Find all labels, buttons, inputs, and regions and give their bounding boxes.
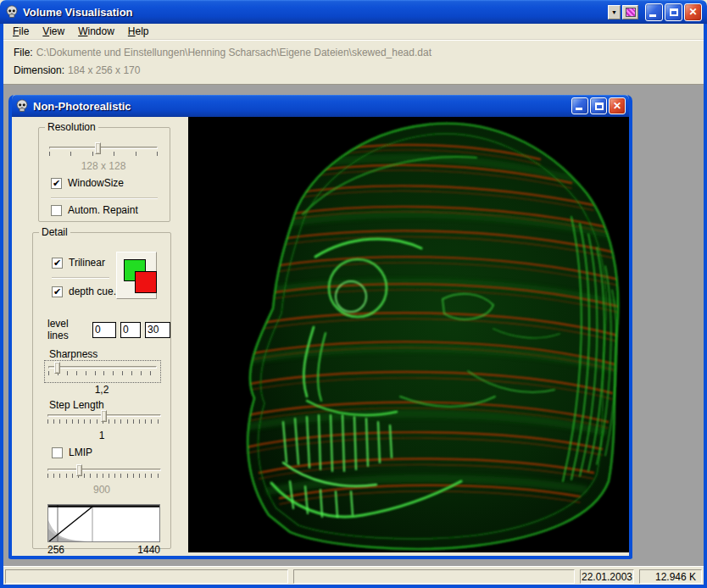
titlebar-pattern-button[interactable] (622, 5, 638, 19)
window-size-label: WindowSize (68, 177, 124, 189)
transfer-function-editor[interactable] (47, 504, 160, 542)
step-length-slider-track[interactable] (47, 414, 161, 417)
status-panel-1 (5, 569, 288, 584)
trilinear-checkbox[interactable]: ✔ (52, 258, 63, 269)
render-viewport[interactable] (188, 117, 629, 552)
close-button[interactable]: ✕ (684, 3, 702, 21)
lmip-slider-ticks (47, 474, 161, 478)
window-title: Volume Visualisation (23, 6, 133, 19)
sharpness-label: Sharpness (49, 348, 97, 360)
child-maximize-button[interactable] (590, 97, 607, 114)
file-path: C:\Dokumente und Einstellungen\Henning S… (36, 47, 431, 58)
lmip-checkbox-row[interactable]: LMIP (52, 447, 92, 458)
child-window-title: Non-Photorealistic (33, 100, 131, 113)
titlebar-dropdown-button[interactable]: ▼ (608, 5, 621, 19)
status-panel-2 (293, 569, 575, 584)
sharpness-slider-track[interactable] (48, 366, 157, 369)
histogram-max-label: 1440 (137, 544, 160, 556)
dimension-value: 184 x 256 x 170 (68, 64, 140, 76)
lmip-slider-track[interactable] (47, 469, 161, 471)
maximize-button[interactable] (665, 3, 682, 21)
status-date: 22.01.2003 (580, 569, 634, 584)
depth-cue-checkbox[interactable]: ✔ (52, 286, 63, 297)
file-label: File: (14, 47, 33, 58)
resolution-slider-thumb[interactable] (95, 142, 101, 154)
lmip-label: LMIP (69, 447, 92, 458)
level-lines-input-2[interactable] (120, 322, 141, 338)
detail-legend: Detail (39, 226, 70, 238)
maximize-icon (595, 103, 604, 110)
depth-cue-checkbox-row[interactable]: ✔ depth cue. (52, 286, 116, 297)
auto-repaint-label: Autom. Repaint (68, 204, 138, 216)
pattern-icon (626, 8, 636, 17)
auto-repaint-checkbox-row[interactable]: Autom. Repaint (51, 204, 138, 216)
resolution-slider[interactable] (49, 147, 158, 156)
sharpness-slider[interactable] (44, 360, 161, 383)
child-window: Non-Photorealistic ✕ Resolution (8, 95, 632, 559)
menu-window[interactable]: Window (72, 25, 120, 38)
menu-help[interactable]: Help (122, 25, 155, 38)
info-panel: File:C:\Dokumente und Einstellungen\Henn… (3, 40, 704, 85)
window-size-checkbox-row[interactable]: ✔ WindowSize (51, 177, 124, 189)
maximize-icon (670, 8, 678, 16)
divider (52, 277, 109, 278)
lmip-checkbox[interactable] (52, 447, 63, 458)
resolution-slider-ticks (49, 152, 158, 156)
child-minimize-button[interactable] (571, 97, 588, 114)
sharpness-value: 1,2 (33, 384, 170, 396)
skull-volume-render (188, 117, 629, 552)
menubar: File View Window Help (3, 24, 704, 40)
level-lines-input-1[interactable] (92, 322, 116, 338)
resolution-slider-track[interactable] (49, 147, 158, 149)
menu-view[interactable]: View (36, 25, 70, 38)
dimension-label: Dimension: (14, 64, 64, 76)
close-icon: ✕ (613, 100, 621, 112)
close-icon: ✕ (688, 6, 697, 18)
color-picker-button[interactable] (116, 252, 157, 299)
level-lines-input-3[interactable] (145, 322, 170, 338)
minimize-icon (649, 14, 656, 17)
child-titlebar[interactable]: Non-Photorealistic ✕ (12, 95, 629, 117)
step-length-slider[interactable] (47, 414, 161, 424)
divider (51, 197, 158, 198)
resolution-legend: Resolution (45, 121, 98, 133)
step-length-label: Step Length (49, 399, 104, 411)
detail-group: Detail ✔ Trilinear ✔ depth cue. (32, 232, 171, 549)
depth-cue-label: depth cue. (69, 286, 116, 297)
statusbar: 22.01.2003 12.946 K (3, 566, 704, 585)
histogram-plot (48, 505, 159, 541)
skull-icon (5, 5, 19, 19)
menu-file[interactable]: File (7, 25, 35, 38)
red-color-swatch (135, 271, 157, 293)
resolution-group: Resolution 128 x 128 ✔ WindowSize (38, 127, 170, 222)
child-close-button[interactable]: ✕ (609, 97, 626, 114)
minimize-icon (576, 108, 582, 110)
lmip-value: 900 (33, 484, 170, 496)
skull-icon (15, 99, 29, 113)
mdi-workspace: Non-Photorealistic ✕ Resolution (3, 85, 704, 566)
sharpness-slider-ticks (48, 371, 157, 375)
step-length-value: 1 (33, 430, 170, 441)
control-panel: Resolution 128 x 128 ✔ WindowSize (12, 117, 188, 552)
window-border-right (704, 24, 707, 588)
sharpness-slider-thumb[interactable] (54, 362, 60, 374)
trilinear-checkbox-row[interactable]: ✔ Trilinear (52, 257, 105, 269)
main-window: Volume Visualisation ▼ ✕ File View Windo… (0, 0, 707, 588)
histogram-min-label: 256 (47, 544, 64, 556)
main-titlebar[interactable]: Volume Visualisation ▼ ✕ (0, 0, 707, 24)
window-border-bottom (0, 585, 707, 588)
trilinear-label: Trilinear (69, 257, 105, 269)
lmip-slider[interactable] (47, 469, 161, 478)
lmip-slider-thumb[interactable] (76, 464, 82, 476)
level-lines-label: level lines (47, 318, 88, 341)
auto-repaint-checkbox[interactable] (51, 205, 62, 216)
resolution-value: 128 x 128 (49, 160, 158, 172)
minimize-button[interactable] (645, 3, 663, 21)
status-memory: 12.946 K (639, 569, 702, 584)
step-length-slider-thumb[interactable] (101, 410, 107, 422)
window-size-checkbox[interactable]: ✔ (51, 178, 62, 189)
